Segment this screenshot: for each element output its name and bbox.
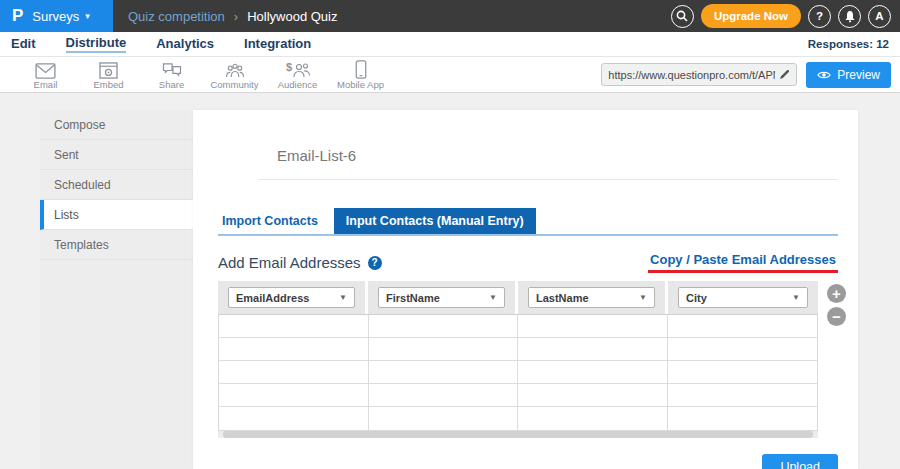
column-header-cell: FirstName ▼ xyxy=(368,281,518,314)
tab-import-contacts[interactable]: Import Contacts xyxy=(218,209,334,234)
table-row xyxy=(219,407,817,430)
nav-item-analytics[interactable]: Analytics xyxy=(156,36,214,52)
sidebar-item-templates[interactable]: Templates xyxy=(40,230,193,260)
table-cell[interactable] xyxy=(369,407,519,430)
tool-label: Audience xyxy=(278,79,318,90)
table-row xyxy=(219,315,817,338)
table-cell[interactable] xyxy=(219,384,369,406)
copy-paste-email-addresses-link[interactable]: Copy / Paste Email Addresses xyxy=(648,252,838,273)
table-cell[interactable] xyxy=(369,361,519,383)
nav-item-integration[interactable]: Integration xyxy=(244,36,311,52)
nav-item-distribute[interactable]: Distribute xyxy=(66,35,127,53)
chevron-down-icon: ▼ xyxy=(792,293,800,302)
help-icon[interactable]: ? xyxy=(368,256,382,270)
distribute-toolbar: Email Embed Share Community $ Audience M… xyxy=(0,57,900,93)
avatar[interactable]: A xyxy=(868,5,891,28)
table-cell[interactable] xyxy=(668,361,818,383)
embed-icon xyxy=(99,59,118,79)
table-cell[interactable] xyxy=(369,384,519,406)
table-cell[interactable] xyxy=(518,338,668,360)
breadcrumb-current: Hollywood Quiz xyxy=(247,9,337,24)
upgrade-button[interactable]: Upgrade Now xyxy=(701,4,801,28)
table-cell[interactable] xyxy=(369,315,519,337)
table-cell[interactable] xyxy=(369,338,519,360)
horizontal-scrollbar[interactable] xyxy=(218,431,818,438)
tool-label: Email xyxy=(34,79,58,90)
breadcrumb-parent[interactable]: Quiz competition xyxy=(128,9,225,24)
nav-item-edit[interactable]: Edit xyxy=(11,36,36,52)
table-cell[interactable] xyxy=(668,407,818,430)
table-cell[interactable] xyxy=(518,361,668,383)
help-button[interactable]: ? xyxy=(808,5,831,28)
tab-input-contacts-manual-entry[interactable]: Input Contacts (Manual Entry) xyxy=(334,208,536,234)
search-button[interactable] xyxy=(671,5,694,28)
chevron-down-icon: ▼ xyxy=(639,293,647,302)
scrollbar-thumb[interactable] xyxy=(223,431,813,438)
survey-url-input[interactable]: https://www.questionpro.com/t/APNrFZ xyxy=(601,63,797,86)
tool-label: Embed xyxy=(93,79,123,90)
column-select-emailaddress[interactable]: EmailAddress ▼ xyxy=(228,287,355,308)
select-value: City xyxy=(686,292,707,304)
sidebar-item-scheduled[interactable]: Scheduled xyxy=(40,170,193,200)
table-cell[interactable] xyxy=(219,315,369,337)
tool-community[interactable]: Community xyxy=(203,59,266,90)
mobile-app-icon xyxy=(355,59,367,79)
email-icon xyxy=(35,59,56,79)
upload-button[interactable]: Upload xyxy=(762,454,838,469)
question-mark-icon: ? xyxy=(816,10,823,22)
table-cell[interactable] xyxy=(518,315,668,337)
community-icon xyxy=(224,59,246,79)
column-header-cell: City ▼ xyxy=(668,281,818,314)
table-cell[interactable] xyxy=(668,384,818,406)
search-icon xyxy=(676,10,688,22)
contacts-table-body xyxy=(218,314,818,431)
column-header-cell: EmailAddress ▼ xyxy=(218,281,368,314)
lists-panel: Email-List-6 Import Contacts Input Conta… xyxy=(193,110,858,469)
tool-label: Community xyxy=(210,79,258,90)
tool-mobile-app[interactable]: Mobile App xyxy=(329,59,392,90)
title-divider xyxy=(258,179,838,180)
select-value: FirstName xyxy=(386,292,440,304)
chevron-down-icon: ▾ xyxy=(85,11,90,21)
add-email-addresses-title: Add Email Addresses ? xyxy=(218,254,382,271)
table-cell[interactable] xyxy=(518,407,668,430)
column-select-firstname[interactable]: FirstName ▼ xyxy=(378,287,505,308)
table-cell[interactable] xyxy=(219,361,369,383)
topbar: P Surveys ▾ Quiz competition › Hollywood… xyxy=(0,0,900,32)
remove-row-button[interactable]: − xyxy=(827,307,846,326)
preview-button[interactable]: Preview xyxy=(806,62,891,88)
audience-icon: $ xyxy=(286,59,310,79)
product-switcher[interactable]: P Surveys ▾ xyxy=(0,0,113,32)
column-select-lastname[interactable]: LastName ▼ xyxy=(528,287,655,308)
tool-share[interactable]: Share xyxy=(140,59,203,90)
sidebar-item-sent[interactable]: Sent xyxy=(40,140,193,170)
column-select-city[interactable]: City ▼ xyxy=(678,287,808,308)
tool-embed[interactable]: Embed xyxy=(77,59,140,90)
contacts-table-header: EmailAddress ▼ FirstName ▼ LastName ▼ xyxy=(218,281,818,314)
table-cell[interactable] xyxy=(668,338,818,360)
table-cell[interactable] xyxy=(219,338,369,360)
add-row-button[interactable]: + xyxy=(827,284,846,303)
table-row xyxy=(219,338,817,361)
sidebar-item-compose[interactable]: Compose xyxy=(40,110,193,140)
questionpro-logo-icon: P xyxy=(12,6,23,26)
tool-label: Share xyxy=(159,79,184,90)
table-cell[interactable] xyxy=(219,407,369,430)
table-cell[interactable] xyxy=(518,384,668,406)
edit-url-button[interactable] xyxy=(779,69,790,80)
sidebar-item-lists[interactable]: Lists xyxy=(40,200,193,230)
chevron-down-icon: ▼ xyxy=(339,293,347,302)
product-switcher-label: Surveys xyxy=(32,9,79,24)
table-row xyxy=(219,361,817,384)
avatar-initial: A xyxy=(875,10,883,22)
tool-email[interactable]: Email xyxy=(14,59,77,90)
notifications-button[interactable] xyxy=(838,5,861,28)
chevron-down-icon: ▼ xyxy=(489,293,497,302)
table-cell[interactable] xyxy=(668,315,818,337)
email-sidebar: Compose Sent Scheduled Lists Templates xyxy=(40,110,193,469)
tool-audience[interactable]: $ Audience xyxy=(266,59,329,90)
add-email-section-header: Add Email Addresses ? Copy / Paste Email… xyxy=(218,252,838,273)
toolbar-right: https://www.questionpro.com/t/APNrFZ Pre… xyxy=(601,62,900,88)
responses-count[interactable]: Responses: 12 xyxy=(808,38,889,50)
survey-nav: Edit Distribute Analytics Integration Re… xyxy=(0,32,900,57)
